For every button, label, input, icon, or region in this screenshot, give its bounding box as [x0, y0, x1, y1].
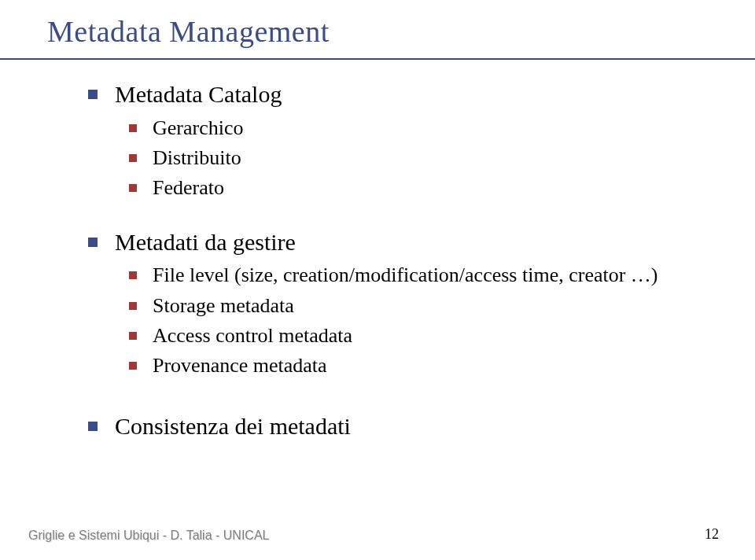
square-bullet-icon [88, 422, 98, 431]
title-underline [0, 58, 755, 60]
bullet-level2: Federato [129, 174, 708, 202]
content-body: Metadata Catalog Gerarchico Distribuito … [0, 49, 755, 442]
square-bullet-icon [88, 238, 98, 247]
bullet-text: Provenance metadata [153, 352, 327, 380]
square-bullet-icon [129, 271, 137, 279]
bullet-text: Federato [153, 174, 224, 202]
bullet-level2: Access control metadata [129, 322, 708, 350]
square-bullet-icon [129, 332, 137, 340]
square-bullet-icon [129, 184, 137, 192]
square-bullet-icon [129, 124, 137, 132]
bullet-level2: Storage metadata [129, 292, 708, 320]
bullet-text: Metadati da gestire [115, 227, 296, 259]
bullet-level2: Distribuito [129, 144, 708, 172]
bullet-text: Distribuito [153, 144, 241, 172]
square-bullet-icon [129, 302, 137, 310]
bullet-text: Gerarchico [153, 114, 243, 142]
bullet-text: Consistenza dei metadati [115, 411, 351, 443]
square-bullet-icon [129, 362, 137, 370]
bullet-level1: Consistenza dei metadati [88, 411, 708, 443]
bullet-level1: Metadata Catalog [88, 79, 708, 111]
square-bullet-icon [88, 90, 98, 99]
bullet-level2: File level (size, creation/modification/… [129, 261, 708, 289]
square-bullet-icon [129, 154, 137, 162]
bullet-text: Metadata Catalog [115, 79, 282, 111]
bullet-level1: Metadati da gestire [88, 227, 708, 259]
bullet-text: Storage metadata [153, 292, 294, 320]
bullet-text: Access control metadata [153, 322, 352, 350]
page-number: 12 [705, 526, 719, 543]
slide: Metadata Management Metadata Catalog Ger… [0, 0, 755, 560]
footer-text: Griglie e Sistemi Ubiqui - D. Talia - UN… [28, 529, 269, 543]
page-title: Metadata Management [47, 14, 755, 49]
bullet-level2: Provenance metadata [129, 352, 708, 380]
bullet-level2: Gerarchico [129, 114, 708, 142]
bullet-text: File level (size, creation/modification/… [153, 261, 658, 289]
title-area: Metadata Management [0, 0, 755, 49]
